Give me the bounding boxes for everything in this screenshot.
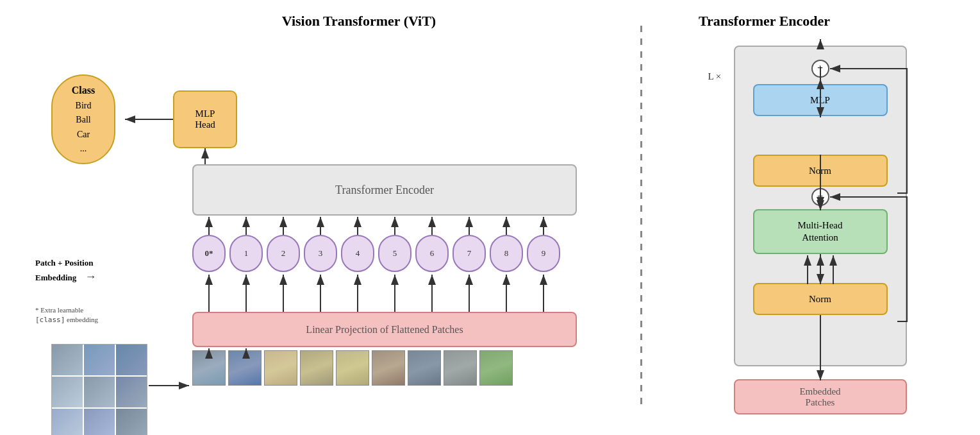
flat-patch-3 [264, 350, 297, 386]
linear-projection-label: Linear Projection of Flattened Patches [306, 324, 463, 336]
transformer-encoder-label: Transformer Encoder [335, 183, 434, 197]
token-1-label: 1 [244, 248, 249, 259]
patch-cell-6 [116, 377, 147, 407]
token-7-label: 7 [467, 248, 472, 259]
flat-patch-7 [408, 350, 441, 386]
plus-top-symbol: + [817, 63, 823, 74]
te-mha-label: Multi-HeadAttention [798, 219, 843, 244]
te-mlp-label: MLP [810, 95, 830, 106]
mlp-head-label: MLPHead [195, 108, 215, 130]
token-0: 0* [192, 235, 226, 272]
arrow-right-embed: → [85, 270, 97, 283]
token-3-label: 3 [319, 248, 323, 259]
token-5-label: 5 [393, 248, 397, 259]
te-norm1-label: Norm [809, 166, 831, 176]
token-6: 6 [415, 235, 449, 272]
mlp-head-box: MLPHead [173, 90, 237, 148]
vit-diagram: Class Bird Ball Car ... MLPHead Transfor… [19, 36, 635, 421]
patch-cell-9 [116, 409, 147, 435]
patch-cell-5 [84, 377, 115, 407]
token-2-label: 2 [281, 248, 286, 259]
token-1: 1 [229, 235, 263, 272]
te-title: Transformer Encoder [660, 13, 961, 30]
patch-embed-label: Patch + PositionEmbedding → [35, 257, 131, 285]
tokens-row: 0* 1 2 3 4 5 6 [192, 235, 560, 272]
flat-patch-8 [444, 350, 477, 386]
extra-class-label: * Extra learnable[class] embedding [35, 305, 163, 325]
class-output-box: Class Bird Ball Car ... [51, 74, 115, 164]
flat-patches-row [192, 350, 513, 386]
token-5: 5 [378, 235, 411, 272]
patch-cell-8 [84, 409, 115, 435]
embedded-patches-box: EmbeddedPatches [734, 379, 907, 414]
plus-circle-mid: + [811, 188, 829, 206]
class-label: Class [72, 82, 95, 99]
token-9-label: 9 [542, 248, 546, 259]
te-norm2-label: Norm [809, 294, 831, 305]
patch-cell-7 [52, 409, 83, 435]
divider [635, 13, 647, 422]
token-8: 8 [490, 235, 523, 272]
extra-class-text: * Extra learnable[class] embedding [35, 306, 98, 323]
flat-patch-5 [336, 350, 369, 386]
source-image-patches [51, 344, 147, 435]
vit-title: Vision Transformer (ViT) [19, 13, 635, 30]
patch-embed-text: Patch + PositionEmbedding [35, 258, 93, 282]
embedded-patches-label: EmbeddedPatches [799, 386, 840, 408]
token-4: 4 [341, 235, 374, 272]
token-8-label: 8 [504, 248, 509, 259]
flat-patch-9 [479, 350, 513, 386]
main-container: Vision Transformer (ViT) Class Bird Ball… [0, 0, 980, 435]
class-bird: Bird [76, 99, 92, 113]
token-2: 2 [267, 235, 300, 272]
token-4-label: 4 [356, 248, 360, 259]
token-0-label: 0* [205, 248, 213, 259]
te-mha-box: Multi-HeadAttention [753, 209, 888, 254]
flat-patch-6 [372, 350, 405, 386]
token-9: 9 [527, 235, 560, 272]
class-ellipsis: ... [80, 142, 87, 156]
token-7: 7 [453, 235, 486, 272]
patch-cell-3 [116, 345, 147, 375]
te-norm-box1: Norm [753, 155, 888, 187]
divider-line [640, 26, 642, 409]
te-mlp-box: MLP [753, 84, 888, 116]
flat-patch-1 [192, 350, 226, 386]
plus-circle-top: + [811, 60, 829, 78]
plus-mid-symbol: + [817, 191, 823, 203]
linear-projection-box: Linear Projection of Flattened Patches [192, 312, 577, 347]
transformer-encoder-box: Transformer Encoder [192, 164, 577, 216]
te-detail-diagram: L × + MLP Norm + Multi-HeadAttention [702, 39, 920, 411]
class-car: Car [77, 128, 90, 142]
patch-cell-2 [84, 345, 115, 375]
l-times-label: L × [708, 71, 722, 82]
right-panel: Transformer Encoder L × + MLP Norm + [647, 13, 961, 422]
class-ball: Ball [76, 113, 90, 127]
patch-cell-4 [52, 377, 83, 407]
token-3: 3 [304, 235, 337, 272]
te-norm-box2: Norm [753, 283, 888, 315]
token-6-label: 6 [430, 248, 435, 259]
flat-patch-4 [300, 350, 333, 386]
flat-patch-2 [228, 350, 262, 386]
patch-cell-1 [52, 345, 83, 375]
left-panel: Vision Transformer (ViT) Class Bird Ball… [19, 13, 635, 422]
